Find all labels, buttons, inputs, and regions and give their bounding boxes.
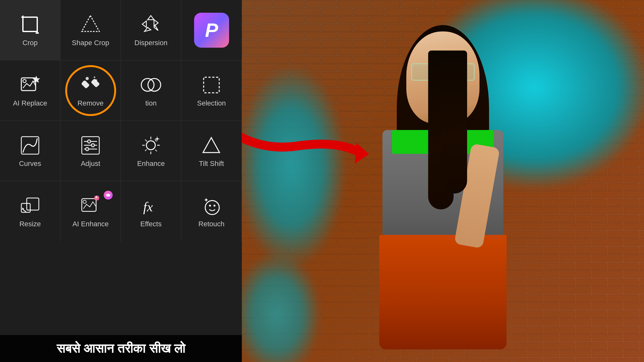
svg-marker-13	[33, 76, 39, 82]
picsart-logo[interactable]: P	[181, 0, 242, 60]
svg-rect-47	[27, 198, 39, 210]
tilt-shift-label: Tilt Shift	[199, 160, 224, 168]
svg-marker-7	[142, 21, 146, 27]
svg-point-31	[146, 141, 155, 150]
svg-text:fx: fx	[143, 200, 153, 214]
left-panel: Crop Shape Crop	[0, 0, 242, 362]
saturation-tool[interactable]: tion	[121, 60, 181, 121]
ai-enhance-label: AI Enhance	[73, 220, 109, 228]
tool-row-2: AI Replace Remove	[0, 60, 242, 121]
adjust-icon	[80, 134, 102, 156]
svg-marker-5	[82, 16, 99, 31]
svg-rect-23	[21, 137, 39, 154]
tilt-shift-icon	[200, 134, 223, 156]
person-figure	[340, 25, 546, 337]
dispersion-tool[interactable]: Dispersion	[121, 0, 181, 60]
adjust-label: Adjust	[81, 160, 100, 168]
curves-label: Curves	[19, 160, 41, 168]
svg-line-38	[145, 149, 147, 151]
adjust-tool[interactable]: Adjust	[60, 121, 121, 181]
effects-tool[interactable]: fx Effects	[121, 181, 181, 242]
svg-marker-10	[154, 25, 158, 31]
dispersion-icon	[140, 13, 162, 36]
curves-tool[interactable]: Curves	[0, 121, 60, 181]
selection-label: Selection	[197, 99, 226, 107]
tilt-shift-tool[interactable]: Tilt Shift	[181, 121, 242, 181]
shape-crop-tool[interactable]: Shape Crop	[60, 0, 121, 60]
svg-marker-9	[144, 27, 151, 31]
svg-point-26	[88, 140, 91, 143]
crop-tool[interactable]: Crop	[0, 0, 60, 60]
retouch-icon	[200, 195, 223, 217]
enhance-label: Enhance	[137, 160, 165, 168]
svg-point-51	[83, 200, 86, 203]
crop-label: Crop	[23, 39, 38, 47]
retouch-tool[interactable]: Retouch	[181, 181, 242, 242]
svg-point-12	[23, 79, 26, 83]
svg-marker-59	[204, 198, 208, 202]
shape-crop-label: Shape Crop	[72, 39, 109, 47]
svg-marker-6	[148, 16, 154, 20]
person-hair-right	[442, 51, 467, 194]
svg-line-36	[145, 140, 147, 141]
svg-point-57	[209, 205, 211, 207]
tool-row-3: Curves Adjust	[0, 121, 242, 181]
ai-replace-label: AI Replace	[13, 99, 47, 107]
effects-icon: fx	[140, 195, 162, 217]
dispersion-label: Dispersion	[135, 39, 168, 47]
svg-point-30	[86, 147, 89, 151]
effects-label: Effects	[140, 220, 162, 228]
resize-icon	[19, 195, 41, 217]
crop-icon	[19, 13, 41, 36]
enhance-tool[interactable]: Enhance	[121, 121, 181, 181]
crown-badge	[104, 191, 113, 200]
right-panel	[242, 0, 644, 362]
curves-icon	[19, 134, 41, 156]
ai-replace-tool[interactable]: AI Replace	[0, 60, 60, 121]
svg-line-39	[155, 150, 157, 151]
shape-crop-icon	[80, 13, 102, 36]
svg-point-58	[214, 205, 215, 207]
saturation-label: tion	[145, 99, 157, 107]
remove-tool[interactable]: Remove	[60, 60, 121, 121]
picsart-icon-bg: P	[194, 13, 229, 48]
selection-tool[interactable]: Selection	[181, 60, 242, 121]
svg-marker-54	[106, 193, 110, 196]
svg-point-28	[91, 144, 94, 147]
highlight-circle	[65, 65, 116, 116]
person-bottom	[379, 235, 507, 349]
svg-point-56	[205, 201, 219, 215]
selection-icon	[200, 74, 223, 96]
svg-marker-45	[203, 138, 220, 153]
svg-rect-0	[23, 17, 37, 31]
subtitle-text: सबसे आसान तरीका सीख लो	[57, 341, 185, 356]
svg-rect-22	[204, 77, 219, 93]
tool-row-4: Resize AI Enhance	[0, 181, 242, 242]
retouch-label: Retouch	[199, 220, 225, 228]
saturation-icon	[140, 74, 162, 96]
subtitle-bar: सबसे आसान तरीका सीख लो	[0, 335, 242, 362]
photo-scene	[242, 0, 644, 362]
enhance-icon	[140, 134, 162, 156]
resize-tool[interactable]: Resize	[0, 181, 60, 242]
svg-line-37	[155, 140, 157, 141]
ai-replace-icon	[19, 74, 41, 96]
top-row: Crop Shape Crop	[0, 0, 242, 60]
svg-point-52	[94, 195, 99, 201]
ai-enhance-tool[interactable]: AI Enhance	[60, 181, 121, 242]
ai-enhance-icon	[80, 195, 102, 217]
resize-label: Resize	[19, 220, 41, 228]
picsart-letter: P	[205, 20, 218, 40]
